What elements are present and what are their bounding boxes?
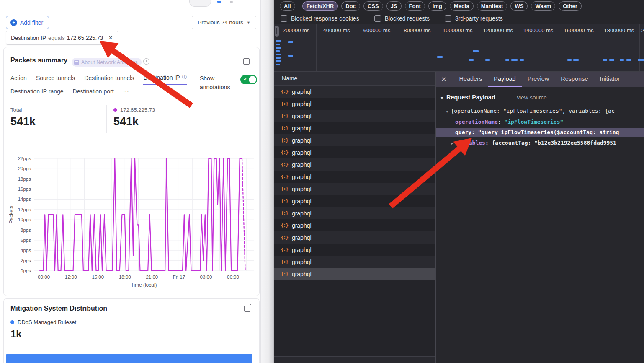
request-row[interactable]: {:}graphql xyxy=(274,98,435,110)
request-timing-mark xyxy=(288,55,293,57)
filter-pill-manifest[interactable]: Manifest xyxy=(477,1,507,11)
request-row[interactable]: {:}graphql xyxy=(274,219,435,231)
packets-tabs-row1: ActionSource tunnelsDestination tunnelsD… xyxy=(10,74,187,85)
filter-pill-font[interactable]: Font xyxy=(405,1,425,11)
timeline-column: 1400000 ms xyxy=(518,24,559,71)
triangle-down-icon[interactable]: ▼ xyxy=(446,109,448,114)
request-name: graphql xyxy=(292,174,312,180)
detail-tab-initiator[interactable]: Initiator xyxy=(594,72,626,87)
about-network-analytics-badge[interactable]: About Network Analytics xyxy=(72,58,142,67)
filter-pill-media[interactable]: Media xyxy=(450,1,474,11)
request-name: graphql xyxy=(292,88,312,95)
request-row[interactable]: {:}graphql xyxy=(274,231,435,244)
request-timing-mark xyxy=(567,59,572,61)
filter-pill-doc[interactable]: Doc xyxy=(341,1,360,11)
request-timing-mark xyxy=(437,56,443,58)
request-row[interactable]: {:}graphql xyxy=(274,158,435,171)
json-braces-icon: {:} xyxy=(281,150,288,155)
request-row[interactable]: {:}graphql xyxy=(274,195,435,207)
detail-tab-payload[interactable]: Payload xyxy=(488,72,521,87)
network-filter-checkboxes: Blocked response cookiesBlocked requests… xyxy=(274,12,644,24)
request-timing-mark xyxy=(276,47,281,49)
filter-pill-wasm[interactable]: Wasm xyxy=(531,1,555,11)
about-badge-label: About Network Analytics xyxy=(81,60,138,65)
checkbox-label: 3rd-party requests xyxy=(455,15,503,22)
request-timing-mark xyxy=(276,40,281,42)
tab-destination-ip[interactable]: Destination IPⓘ xyxy=(143,74,187,85)
stat-total-value: 541k xyxy=(10,115,36,128)
timeline-tick-label: 1000000 ms xyxy=(438,27,478,34)
request-timing-mark xyxy=(485,59,490,61)
checkbox-blocked-requests[interactable]: Blocked requests xyxy=(374,15,430,22)
timeline-tick-label: 1200000 ms xyxy=(478,27,518,34)
timeline-tick-label: 2 xyxy=(639,27,644,34)
svg-text:20pps: 20pps xyxy=(18,166,31,171)
filter-pill-fetch-xhr[interactable]: Fetch/XHR xyxy=(302,1,338,11)
detail-tabstrip: ✕ HeadersPayloadPreviewResponseInitiator xyxy=(436,72,644,87)
expand-panel-icon[interactable] xyxy=(244,306,250,312)
checkbox-icon[interactable] xyxy=(374,15,381,22)
filter-pill-other[interactable]: Other xyxy=(559,1,582,11)
request-row[interactable]: {:}graphql xyxy=(274,268,435,280)
toggle-knob xyxy=(249,76,256,83)
detail-tab-response[interactable]: Response xyxy=(555,72,594,87)
tab-destination-tunnels[interactable]: Destination tunnels xyxy=(84,74,134,85)
filter-chip[interactable]: Destination IP equals 172.65.225.73 ✕ xyxy=(6,31,118,45)
request-row[interactable]: {:}graphql xyxy=(274,146,435,158)
checkbox-icon[interactable] xyxy=(281,15,287,22)
view-source-link[interactable]: view source xyxy=(517,94,546,101)
network-filter-pills: AllFetch/XHRDocCSSJSFontImgMediaManifest… xyxy=(274,0,644,12)
checkbox-icon[interactable] xyxy=(445,15,451,22)
request-row[interactable]: {:}graphql xyxy=(274,122,435,134)
mitigation-bar xyxy=(6,354,252,363)
tab-action[interactable]: Action xyxy=(10,74,27,85)
filter-pill-ws[interactable]: WS xyxy=(510,1,528,11)
stat-ip-value: 541k xyxy=(113,115,155,128)
request-row[interactable]: {:}graphql xyxy=(274,244,435,256)
filter-pill-js[interactable]: JS xyxy=(386,1,402,11)
network-overview-timeline[interactable]: 200000 ms400000 ms600000 ms800000 ms1000… xyxy=(274,24,644,72)
tab-source-tunnels[interactable]: Source tunnels xyxy=(36,74,75,85)
timeline-column: 200000 ms xyxy=(276,24,317,71)
requests-table-header[interactable]: Name xyxy=(274,72,435,86)
detail-tab-headers[interactable]: Headers xyxy=(453,72,488,87)
tab-[interactable]: ··· xyxy=(123,88,129,98)
request-row[interactable]: {:}graphql xyxy=(274,171,435,183)
filter-pill-all[interactable]: All xyxy=(280,1,295,11)
expand-panel-icon[interactable] xyxy=(243,58,250,65)
request-row[interactable]: {:}graphql xyxy=(274,134,435,146)
close-icon[interactable]: ✕ xyxy=(441,75,446,83)
request-row[interactable]: {:}graphql xyxy=(274,207,435,219)
tab-destination-port[interactable]: Destination port xyxy=(73,88,114,98)
request-row[interactable]: {:}graphql xyxy=(274,183,435,195)
triangle-right-icon[interactable]: ▶ xyxy=(451,141,453,145)
request-row[interactable]: {:}graphql xyxy=(274,256,435,268)
request-row[interactable]: {:}graphql xyxy=(274,86,435,98)
mitigation-legend-label: DDoS Managed Ruleset xyxy=(18,319,76,325)
request-timing-mark xyxy=(609,59,614,61)
stat-total: Total 541k xyxy=(10,107,36,128)
detail-tab-preview[interactable]: Preview xyxy=(522,72,555,87)
json-braces-icon: {:} xyxy=(281,186,288,192)
checkbox-blocked-response-cookies[interactable]: Blocked response cookies xyxy=(281,15,359,22)
filter-operator: equals xyxy=(48,35,65,41)
book-icon xyxy=(74,60,79,65)
add-filter-button[interactable]: + Add filter xyxy=(6,16,49,29)
request-row[interactable]: {:}graphql xyxy=(274,110,435,122)
annotations-toggle[interactable]: ✓ xyxy=(240,75,257,84)
json-braces-icon: {:} xyxy=(281,210,288,216)
request-payload-title: Request Payload xyxy=(446,94,495,101)
payload-key: operationName xyxy=(455,119,498,125)
filter-pill-img[interactable]: Img xyxy=(428,1,446,11)
tab-label: Action xyxy=(10,75,27,81)
checkbox-3rd-party-requests[interactable]: 3rd-party requests xyxy=(445,15,503,22)
filter-pill-css[interactable]: CSS xyxy=(363,1,383,11)
tab-destination-ip-range[interactable]: Destination IP range xyxy=(10,88,64,98)
triangle-down-icon[interactable]: ▼ xyxy=(440,96,444,100)
remove-filter-icon[interactable]: ✕ xyxy=(108,34,113,41)
payload-query-row-highlighted[interactable]: query: "query ipFlowTimeseries($accountT… xyxy=(436,128,644,137)
request-name: graphql xyxy=(292,234,312,241)
request-name: graphql xyxy=(292,186,312,192)
time-range-select[interactable]: Previous 24 hours ▼ xyxy=(192,16,256,29)
json-braces-icon: {:} xyxy=(281,259,288,264)
